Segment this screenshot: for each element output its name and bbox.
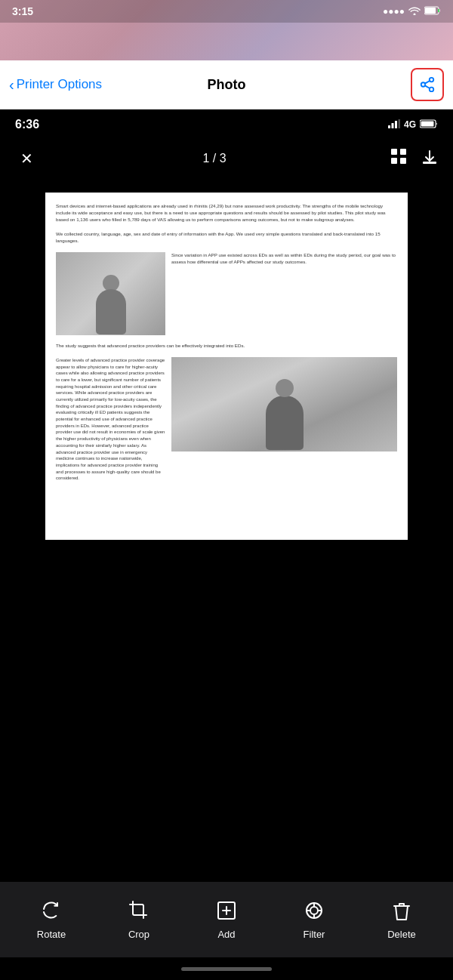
phone-status-bar: 6:36 4G: [0, 109, 453, 140]
phone-top-actions: [391, 149, 438, 169]
svg-point-19: [310, 907, 318, 914]
delete-button[interactable]: Delete: [375, 900, 428, 940]
signal-icon: ●●●●: [383, 6, 405, 17]
svg-rect-6: [395, 121, 397, 128]
svg-rect-13: [400, 158, 406, 164]
device-status-bar: 3:15 ●●●●: [0, 0, 453, 23]
doc-image-2: [171, 357, 397, 451]
back-chevron-icon: ‹: [9, 77, 14, 92]
doc-paragraph-2: We collected country, language, age, sex…: [56, 231, 397, 245]
svg-rect-11: [400, 149, 406, 155]
crop-label: Crop: [128, 929, 149, 940]
rotate-label: Rotate: [37, 929, 66, 940]
status-bar-bg: 3:15 ●●●●: [0, 0, 453, 60]
delete-label: Delete: [387, 929, 416, 940]
wifi-icon: [408, 6, 421, 17]
nav-title: Photo: [208, 77, 246, 93]
crop-icon: [128, 900, 149, 924]
svg-rect-9: [421, 121, 434, 126]
phone-signal-icon: [388, 119, 400, 131]
add-icon: [216, 900, 237, 924]
filter-button[interactable]: Filter: [288, 900, 341, 940]
phone-battery-icon: [420, 119, 438, 131]
back-label: Printer Options: [17, 77, 102, 92]
svg-rect-7: [398, 119, 400, 128]
device-status-icons: ●●●●: [383, 6, 441, 17]
bottom-toolbar: Rotate Crop: [0, 882, 453, 957]
doc-paragraph-1: Smart devices and internet-based applica…: [56, 203, 397, 223]
empty-space: [0, 821, 453, 882]
phone-viewer-bar: ✕ 1 / 3: [0, 140, 453, 177]
page-indicator: 1 / 3: [202, 152, 226, 165]
home-bar: [181, 967, 272, 971]
close-button[interactable]: ✕: [15, 149, 38, 168]
svg-rect-10: [391, 149, 397, 155]
svg-rect-5: [391, 123, 393, 128]
add-button[interactable]: Add: [200, 900, 253, 940]
doc-paragraph-3: Since variation in APP use existed acros…: [171, 252, 397, 335]
rotate-button[interactable]: Rotate: [25, 900, 78, 940]
doc-paragraph-5: Greater levels of advanced practice prov…: [56, 357, 165, 482]
download-icon[interactable]: [421, 149, 438, 169]
doc-bottom-section: Greater levels of advanced practice prov…: [56, 357, 397, 482]
grid-icon[interactable]: [391, 149, 406, 169]
home-indicator: [0, 957, 453, 980]
svg-rect-4: [388, 125, 390, 128]
doc-paragraph-4: The study suggests that advanced practic…: [56, 343, 397, 350]
doc-image-1: [56, 252, 165, 335]
share-icon: [419, 76, 436, 93]
svg-rect-3: [438, 9, 439, 12]
crop-button[interactable]: Crop: [112, 900, 165, 940]
filter-icon: [304, 900, 325, 924]
svg-rect-14: [423, 162, 436, 164]
device-time: 3:15: [12, 5, 33, 17]
back-button[interactable]: ‹ Printer Options: [9, 77, 102, 92]
document-page: Smart devices and internet-based applica…: [45, 193, 408, 540]
doc-middle-section: Since variation in APP use existed acros…: [56, 252, 397, 335]
document-area: Smart devices and internet-based applica…: [0, 177, 453, 821]
filter-label: Filter: [304, 929, 325, 940]
nav-bar: ‹ Printer Options Photo: [0, 60, 453, 109]
svg-point-0: [414, 13, 416, 15]
main-content: 6:36 4G: [0, 109, 453, 980]
rotate-icon: [41, 900, 62, 924]
phone-4g-label: 4G: [404, 119, 416, 130]
delete-icon: [391, 900, 412, 924]
phone-screen: 6:36 4G: [0, 109, 453, 980]
svg-rect-2: [425, 8, 436, 14]
share-button[interactable]: [411, 68, 444, 101]
battery-icon: [424, 6, 441, 17]
phone-status-icons: 4G: [388, 119, 438, 131]
svg-rect-12: [391, 158, 397, 164]
add-label: Add: [217, 929, 235, 940]
phone-time: 6:36: [15, 118, 39, 131]
